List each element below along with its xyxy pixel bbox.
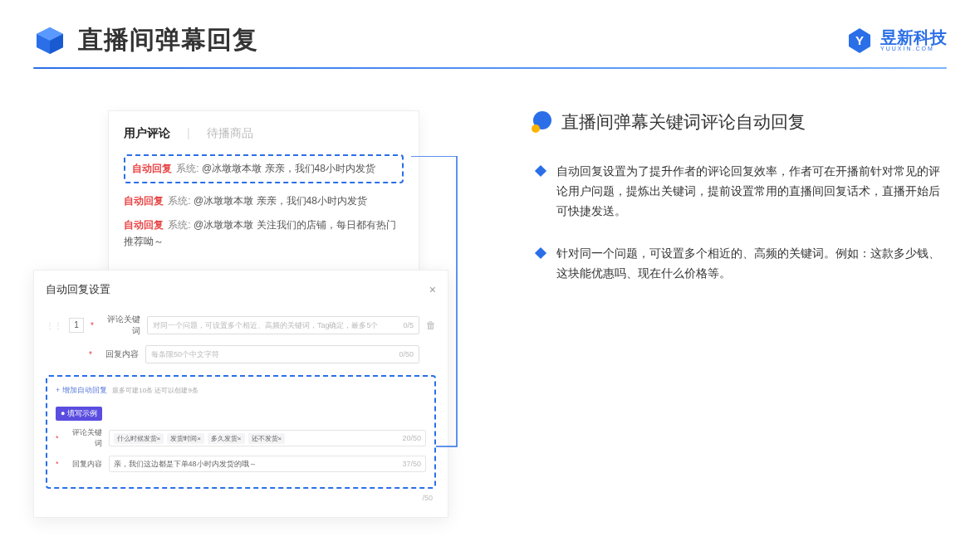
tab-pending-products[interactable]: 待播商品 — [207, 126, 253, 141]
example-tag: 还不发货× — [248, 433, 286, 444]
system-label: 系统: — [168, 219, 190, 231]
outer-counter: /50 — [46, 494, 436, 502]
example-content-counter: 37/50 — [402, 460, 421, 468]
rule-number: 1 — [69, 318, 84, 333]
brand-url: YUUXIN.COM — [880, 46, 947, 51]
example-keyword-box: 什么时候发货× 发货时间× 多久发货× 还不发货× 20/50 — [109, 430, 426, 446]
auto-reply-badge: 自动回复 — [124, 219, 164, 231]
system-label: 系统: — [176, 163, 198, 174]
comment-row-highlighted: 自动回复 系统: @冰墩墩本墩 亲亲，我们48小时内发货 — [124, 154, 404, 183]
keyword-counter: 0/5 — [403, 321, 414, 329]
content-input[interactable]: 每条限50个中文字符 0/50 — [145, 345, 419, 363]
required-star: * — [56, 434, 59, 442]
add-auto-reply-button[interactable]: + 增加自动回复 — [56, 386, 107, 394]
keyword-placeholder: 对同一个问题，可设置多个相近、高频的关键词，Tag确定，最多5个 — [153, 320, 379, 331]
brand-logo-icon: Y — [845, 27, 874, 55]
example-content-text: 亲，我们这边都是下单48小时内发货的哦～ — [114, 459, 257, 470]
required-star: * — [91, 321, 94, 330]
example-badge: ● 填写示例 — [56, 407, 102, 421]
content-counter: 0/50 — [399, 350, 414, 358]
settings-title: 自动回复设置 — [46, 282, 110, 297]
auto-reply-settings-panel: 自动回复设置 × ⋮⋮ 1 * 评论关键词 对同一个问题，可设置多个相近、高频的… — [33, 270, 448, 518]
message-icon — [532, 111, 553, 133]
content-placeholder: 每条限50个中文字符 — [151, 349, 219, 360]
comment-text: @冰墩墩本墩 亲亲，我们48小时内发货 — [194, 195, 367, 207]
cube-icon — [33, 24, 66, 57]
page-title: 直播间弹幕回复 — [78, 23, 258, 57]
comment-row: 自动回复 系统: @冰墩墩本墩 关注我们的店铺，每日都有热门推荐呦～ — [124, 217, 404, 249]
example-tag: 多久发货× — [208, 433, 245, 444]
auto-reply-badge: 自动回复 — [124, 195, 164, 207]
example-content-box: 亲，我们这边都是下单48小时内发货的哦～ 37/50 — [109, 456, 426, 472]
required-star: * — [56, 460, 59, 468]
system-label: 系统: — [168, 195, 190, 207]
example-block: + 增加自动回复 最多可建10条 还可以创建9条 ● 填写示例 * 评论关键词 … — [46, 375, 436, 489]
example-keyword-label: 评论关键词 — [66, 427, 102, 449]
tab-divider: | — [187, 126, 190, 141]
brand: Y 昱新科技 YUUXIN.COM — [845, 27, 947, 55]
add-tip: 最多可建10条 还可以创建9条 — [112, 387, 198, 394]
content-label: 回复内容 — [99, 349, 139, 360]
example-keyword-counter: 20/50 — [402, 434, 421, 442]
example-content-label: 回复内容 — [66, 459, 102, 470]
comment-text: @冰墩墩本墩 关注我们的店铺，每日都有热门推荐呦～ — [124, 219, 396, 246]
close-icon[interactable]: × — [429, 283, 436, 296]
keyword-input[interactable]: 对同一个问题，可设置多个相近、高频的关键词，Tag确定，最多5个 0/5 — [147, 316, 419, 334]
required-star: * — [89, 350, 92, 359]
keyword-label: 评论关键词 — [100, 314, 140, 337]
comment-text: @冰墩墩本墩 亲亲，我们48小时内发货 — [202, 163, 375, 174]
example-tag: 发货时间× — [167, 433, 204, 444]
comment-row: 自动回复 系统: @冰墩墩本墩 亲亲，我们48小时内发货 — [124, 193, 404, 209]
comments-panel: 用户评论 | 待播商品 自动回复 系统: @冰墩墩本墩 亲亲，我们48小时内发货… — [108, 110, 419, 292]
brand-name: 昱新科技 — [880, 29, 947, 46]
section-title: 直播间弹幕关键词评论自动回复 — [561, 110, 806, 134]
bullet-text: 针对同一个问题，可设置多个相近的、高频的关键词。例如：这款多少钱、这块能优惠吗、… — [556, 244, 947, 284]
bullet-icon — [535, 247, 546, 259]
trash-icon[interactable]: 🗑 — [426, 319, 436, 331]
bullet-icon — [535, 165, 546, 177]
tab-user-comments[interactable]: 用户评论 — [124, 126, 170, 141]
drag-handle-icon[interactable]: ⋮⋮ — [46, 321, 62, 330]
auto-reply-badge: 自动回复 — [132, 163, 172, 174]
svg-text:Y: Y — [855, 33, 864, 47]
bullet-text: 自动回复设置为了提升作者的评论回复效率，作者可在开播前针对常见的评论用户问题，提… — [556, 162, 947, 221]
example-tag: 什么时候发货× — [114, 433, 164, 444]
